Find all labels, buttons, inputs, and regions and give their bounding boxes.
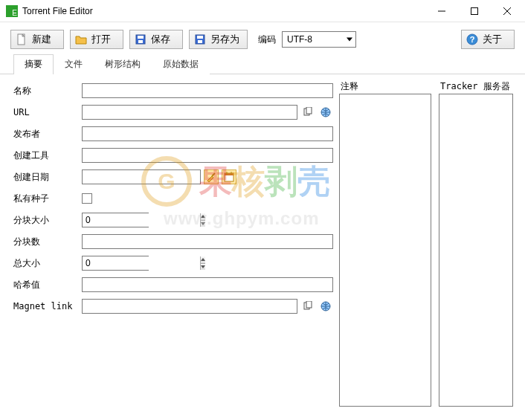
new-button[interactable]: 新建 [10, 30, 64, 49]
chevron-down-icon [347, 38, 352, 42]
url-label: URL [13, 107, 79, 117]
svg-marker-22 [201, 215, 205, 218]
tab-summary[interactable]: 摘要 [13, 54, 54, 74]
total-size-label: 总大小 [13, 257, 79, 270]
comment-block: 注释 [339, 80, 431, 407]
date-label: 创建日期 [13, 171, 79, 184]
svg-rect-15 [306, 107, 312, 114]
toolbar: 新建 打开 保存 另存为 编码 UTF-8 ? 关于 [0, 22, 525, 54]
open-magnet-button[interactable] [318, 299, 333, 314]
copy-icon [303, 107, 313, 117]
svg-marker-25 [201, 265, 205, 268]
close-button[interactable] [491, 1, 524, 22]
saveas-icon [194, 33, 206, 45]
spin-down-icon [200, 263, 205, 271]
spin-up-icon [200, 256, 205, 263]
copy-icon [303, 301, 313, 311]
open-url-button[interactable] [318, 105, 333, 120]
total-size-spinner[interactable] [82, 256, 149, 271]
maximize-button[interactable] [458, 1, 491, 22]
svg-rect-27 [306, 301, 312, 308]
pieces-input[interactable] [82, 234, 333, 249]
minimize-button[interactable] [425, 1, 458, 22]
app-icon [6, 5, 18, 17]
tabbar: 摘要 文件 树形结构 原始数据 [0, 54, 525, 74]
titlebar: Torrent File Editor [0, 0, 525, 22]
tab-tree[interactable]: 树形结构 [94, 54, 152, 74]
svg-rect-11 [198, 40, 202, 43]
magnet-input[interactable] [82, 299, 297, 314]
hash-label: 哈希值 [13, 279, 79, 291]
svg-rect-7 [138, 36, 144, 39]
svg-rect-1 [471, 7, 478, 14]
comment-label: 注释 [339, 80, 431, 94]
piece-size-input[interactable] [83, 213, 200, 227]
save-icon [135, 33, 146, 45]
piece-size-label: 分块大小 [13, 214, 79, 227]
form-column: 名称 URL 发布者 创建工具 创建日期 [13, 79, 333, 407]
encoding-select[interactable]: UTF-8 [282, 31, 356, 48]
trackers-box[interactable] [439, 94, 513, 407]
name-label: 名称 [13, 85, 79, 97]
svg-rect-10 [197, 36, 203, 39]
tool-input[interactable] [82, 148, 333, 163]
date-input[interactable] [82, 169, 201, 184]
trackers-label: Tracker 服务器 [439, 80, 513, 94]
trackers-block: Tracker 服务器 [439, 80, 513, 407]
copy-url-button[interactable] [300, 105, 315, 120]
content-area: 名称 URL 发布者 创建工具 创建日期 [0, 74, 525, 419]
publisher-input[interactable] [82, 126, 333, 141]
window-title: Torrent File Editor [22, 6, 93, 16]
hash-input[interactable] [82, 277, 333, 292]
tab-raw[interactable]: 原始数据 [152, 54, 210, 74]
file-new-icon [16, 33, 28, 45]
side-column: 注释 Tracker 服务器 [339, 79, 513, 407]
total-size-input[interactable] [83, 256, 200, 270]
calendar-button[interactable] [222, 169, 236, 184]
svg-rect-19 [225, 173, 233, 175]
open-button[interactable]: 打开 [70, 30, 123, 49]
broom-icon [206, 172, 216, 182]
globe-icon [321, 301, 331, 311]
folder-open-icon [75, 33, 87, 45]
publisher-label: 发布者 [13, 128, 79, 140]
calendar-icon [224, 172, 234, 182]
help-icon: ? [466, 33, 478, 45]
pieces-label: 分块数 [13, 236, 79, 248]
private-checkbox[interactable] [82, 193, 92, 204]
saveas-button[interactable]: 另存为 [189, 30, 248, 49]
piece-size-spinner[interactable] [82, 213, 149, 227]
svg-text:?: ? [470, 35, 475, 44]
comment-box[interactable] [339, 94, 431, 407]
magnet-label: Magnet link [13, 301, 79, 311]
svg-marker-24 [201, 258, 205, 261]
tool-label: 创建工具 [13, 149, 79, 162]
spin-down-icon [200, 220, 205, 227]
svg-line-17 [212, 173, 215, 176]
spin-up-icon [200, 213, 205, 220]
svg-marker-23 [201, 222, 205, 225]
copy-magnet-button[interactable] [300, 299, 315, 314]
tab-files[interactable]: 文件 [54, 54, 94, 74]
save-button[interactable]: 保存 [129, 30, 183, 49]
about-button[interactable]: ? 关于 [461, 30, 515, 49]
svg-rect-8 [138, 40, 143, 43]
private-label: 私有种子 [13, 193, 79, 205]
clear-date-button[interactable] [204, 169, 219, 184]
name-input[interactable] [82, 83, 333, 98]
url-input[interactable] [82, 105, 297, 120]
globe-icon [321, 107, 331, 117]
encoding-label: 编码 [258, 33, 276, 46]
